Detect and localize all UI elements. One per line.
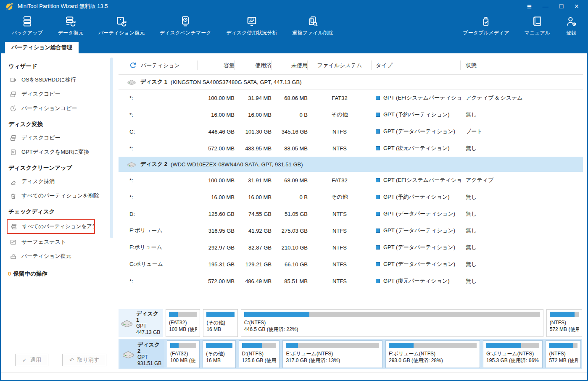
disk-map-label[interactable]: ディスク 1 GPT 447.13 GB <box>119 309 163 337</box>
partition-type-icon <box>376 129 380 134</box>
cell-used: 101.30 GB <box>235 129 272 135</box>
disk-info: (KINGSTON SA400S37480G SATA, GPT, 447.13… <box>171 79 301 85</box>
cell-filesystem: NTFS <box>308 129 372 135</box>
sidebar-scrollbar[interactable] <box>110 58 113 238</box>
partition-block[interactable]: G:ボリューム(NTFS) 195.3 GB (使用済: 66%) <box>483 340 543 368</box>
cell-unused: 51.05 GB <box>272 211 308 217</box>
partition-row[interactable]: *: 16.00 MB 16.00 MB 0 B その他 GPT (予約パーティ… <box>119 106 583 123</box>
cell-used: 74.55 GB <box>235 211 272 217</box>
check-icon: ✓ <box>22 357 27 363</box>
sidebar-item-align-all-partitions[interactable]: すべてのパーティションをアライメント <box>8 220 94 233</box>
usage-bar <box>242 343 277 348</box>
partition-row[interactable]: E:ボリューム 316.95 GB 41.92 GB 275.03 GB NTF… <box>119 222 583 239</box>
tab-partition-management[interactable]: パーティション総合管理 <box>5 42 79 53</box>
toolbar-register[interactable]: 登録 <box>565 14 577 37</box>
sidebar-item-partition-recovery[interactable]: パーティション復元 <box>1 249 114 263</box>
partition-row[interactable]: *: 16.00 MB 16.00 MB 0 B その他 GPT (予約パーティ… <box>119 189 583 205</box>
col-partition[interactable]: パーティション <box>141 62 180 69</box>
partition-block[interactable]: (その他) 16 MB <box>203 309 237 337</box>
partition-block[interactable]: (NTFS) 572 MB (使用済: 85%) <box>546 309 582 337</box>
partition-row[interactable]: *: 100.00 MB 31.91 MB 68.09 MB FAT32 GPT… <box>119 172 583 189</box>
cell-used: 16.00 MB <box>235 194 272 200</box>
cell-name: *: <box>119 194 198 200</box>
cell-type: GPT (EFIシステムパーティション) <box>383 176 461 184</box>
table-header: パーティション 容量 使用済 未使用 ファイルシステム タイプ 状態 <box>119 57 583 74</box>
col-unused[interactable]: 未使用 <box>272 57 308 74</box>
partition-row[interactable]: *: 572.00 MB 486.49 MB 85.51 MB NTFS GPT… <box>119 273 583 289</box>
sidebar-item-migrate-os[interactable]: OSをSSD/HDDに移行 <box>1 73 114 87</box>
partition-row[interactable]: C: 446.46 GB 101.30 GB 345.16 GB NTFS GP… <box>119 123 583 140</box>
sidebar-item-surface-test[interactable]: サーフェステスト <box>1 235 114 249</box>
cell-unused: 68.06 MB <box>272 95 308 101</box>
cell-capacity: 16.00 MB <box>198 112 235 118</box>
partition-block[interactable]: D:(NTFS) 125.6 GB (使用済: 59%) <box>239 340 280 368</box>
partition-block[interactable]: F:ボリューム(NTFS) 293.0 GB (使用済: 28%) <box>385 340 480 368</box>
toolbar-bootable-media[interactable]: ブータブルメディア <box>463 14 509 37</box>
partition-type-icon <box>376 212 380 216</box>
disk-map-label[interactable]: ディスク 2 GPT 931.51 GB <box>120 340 164 368</box>
delete-all-partitions-icon <box>10 192 17 200</box>
toolbar-disk-benchmark[interactable]: ディスクベンチマーク <box>160 14 211 37</box>
toolbar-partition-recovery[interactable]: パーティション復元 <box>98 14 145 37</box>
sidebar-item-disk-copy-2[interactable]: ディスクコピー <box>1 131 114 145</box>
partition-block[interactable]: C:(NTFS) 446.5 GB (使用済: 22%) <box>241 309 543 337</box>
col-used[interactable]: 使用済 <box>235 57 272 74</box>
cell-type: GPT (データパーティション) <box>383 128 455 135</box>
partition-block[interactable]: E:ボリューム(NTFS) 317.0 GB (使用済: 13%) <box>282 340 382 368</box>
cell-type: GPT (予約パーティション) <box>383 193 450 201</box>
partition-block[interactable]: (NTFS) 572 MB (使用済: 85%) <box>546 340 581 368</box>
cell-capacity: 446.46 GB <box>198 129 235 135</box>
usage-bar <box>550 312 579 317</box>
menu-icon[interactable]: ≡ <box>527 3 532 11</box>
toolbar-backup[interactable]: バックアップ <box>12 14 43 37</box>
usage-bar <box>244 312 540 317</box>
duplicate-file-delete-icon <box>307 14 319 29</box>
maximize-icon[interactable]: □ <box>559 3 564 10</box>
undo-button[interactable]: ↶ 取り消す <box>62 354 107 366</box>
cell-unused: 0 B <box>272 194 308 200</box>
partition-block[interactable]: (FAT32) 100 MB (使用済: 32%) <box>167 340 200 368</box>
partition-row[interactable]: *: 572.00 MB 483.95 MB 88.05 MB NTFS GPT… <box>119 140 583 157</box>
map-disk-scheme: GPT <box>137 354 164 360</box>
toolbar-data-recovery[interactable]: データ復元 <box>58 14 84 37</box>
col-capacity[interactable]: 容量 <box>198 57 235 74</box>
partition-row[interactable]: D: 125.60 GB 74.55 GB 51.05 GB NTFS GPT … <box>119 205 583 222</box>
disk-name: ディスク 2 <box>140 160 167 168</box>
apply-button[interactable]: ✓ 適用 <box>15 354 48 366</box>
partition-row[interactable]: *: 100.00 MB 31.94 MB 68.06 MB FAT32 GPT… <box>119 89 583 106</box>
cell-capacity: 292.97 GB <box>198 244 235 251</box>
toolbar-duplicate-file-delete[interactable]: 重複ファイル削除 <box>293 14 333 37</box>
cell-used: 16.00 MB <box>235 112 272 118</box>
close-icon[interactable]: × <box>574 3 579 10</box>
data-recovery-icon <box>65 14 76 29</box>
disk-group-row-selected[interactable]: ディスク 2 (WDC WD10EZEX-08WN4A0 SATA, GPT, … <box>119 157 583 172</box>
partition-row[interactable]: G:ボリューム 195.31 GB 129.21 GB 66.10 GB NTF… <box>119 256 583 273</box>
toolbar-disk-usage[interactable]: ディスク使用状況分析 <box>226 14 277 37</box>
col-status[interactable]: 状態 <box>461 57 583 74</box>
sidebar-item-disk-copy[interactable]: ディスクコピー <box>1 87 114 101</box>
sidebar-item-wipe-disk[interactable]: ディスク抹消 <box>1 174 114 189</box>
cell-capacity: 316.95 GB <box>198 228 235 234</box>
main-panel: パーティション 容量 使用済 未使用 ファイルシステム タイプ 状態 ディスク … <box>114 53 587 372</box>
map-disk-size: 931.51 GB <box>137 360 164 367</box>
cell-status: 無し <box>461 260 583 268</box>
partition-block[interactable]: (その他) 16 MB <box>203 340 235 368</box>
partition-row[interactable]: F:ボリューム 292.97 GB 82.87 GB 210.10 GB NTF… <box>119 239 583 256</box>
align-all-partitions-icon <box>11 223 18 230</box>
cell-name: E:ボリューム <box>119 227 198 234</box>
sidebar-item-delete-all-partitions[interactable]: すべてのパーティションを削除 <box>1 189 114 203</box>
sidebar-item-convert-gpt-mbr[interactable]: GPTディスクをMBRに変換 <box>1 145 114 159</box>
disk-group-row[interactable]: ディスク 1 (KINGSTON SA400S37480G SATA, GPT,… <box>119 74 583 89</box>
toolbar-manual[interactable]: マニュアル <box>525 14 550 37</box>
cell-name: *: <box>119 145 198 152</box>
cell-capacity: 125.60 GB <box>198 211 235 217</box>
refresh-icon[interactable] <box>129 62 137 69</box>
minimize-icon[interactable]: — <box>543 3 548 9</box>
col-filesystem[interactable]: ファイルシステム <box>308 57 372 74</box>
col-type[interactable]: タイプ <box>372 57 461 74</box>
partition-block[interactable]: (FAT32) 100 MB (使用済: 32%) <box>166 309 200 337</box>
disk-benchmark-icon <box>179 14 191 29</box>
sidebar-item-partition-copy[interactable]: パーティションコピー <box>1 101 114 116</box>
cell-type: GPT (データパーティション) <box>383 210 455 218</box>
app-window: MiniTool Partition Wizard 無料版 13.5 ≡ — □… <box>0 0 588 381</box>
